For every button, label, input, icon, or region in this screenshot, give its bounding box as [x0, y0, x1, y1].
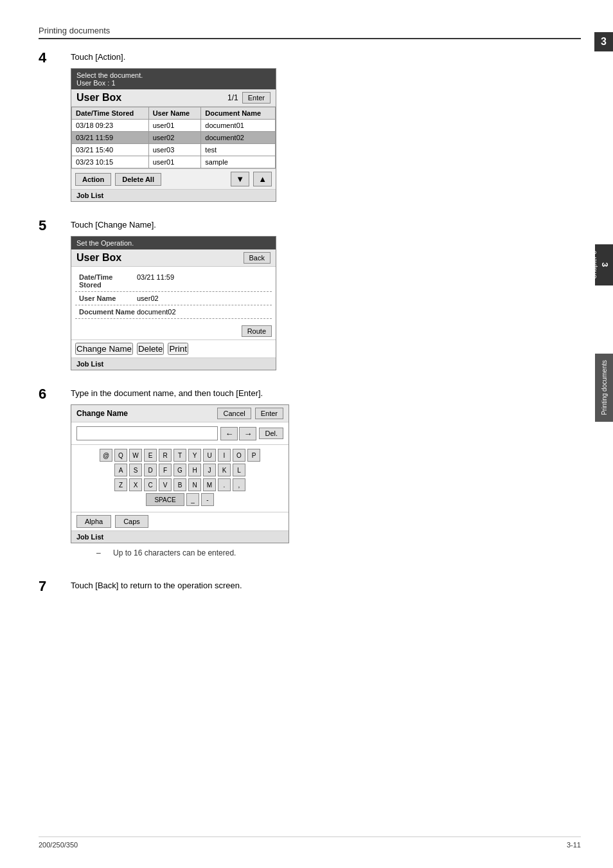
- key-e[interactable]: E: [144, 449, 157, 462]
- key-g[interactable]: G: [173, 464, 186, 476]
- kb-row-space: SPACE _ -: [76, 493, 283, 506]
- text-input-field[interactable]: [76, 426, 218, 440]
- page-header: Printing documents: [39, 26, 581, 39]
- table-row[interactable]: 03/21 11:59user02document02: [72, 132, 276, 144]
- key-v[interactable]: V: [159, 478, 172, 491]
- step-6-number: 6: [39, 386, 58, 402]
- note-text: Up to 16 characters can be entered.: [113, 548, 236, 557]
- op-value-docname: document02: [137, 308, 268, 316]
- step-6: 6 Type in the document name, and then to…: [39, 388, 581, 563]
- key-j[interactable]: J: [203, 464, 216, 476]
- screen-2-header-title: User Box: [76, 252, 121, 264]
- key-k[interactable]: K: [218, 464, 231, 476]
- key-t[interactable]: T: [173, 449, 186, 462]
- key-l[interactable]: L: [233, 464, 245, 476]
- document-table: Date/Time Stored User Name Document Name…: [71, 107, 276, 168]
- kb-row-3: Z X C V B N M . ,: [76, 478, 283, 491]
- key-r[interactable]: R: [159, 449, 172, 462]
- key-period[interactable]: .: [218, 478, 231, 491]
- step-6-content: Type in the document name, and then touc…: [71, 388, 581, 563]
- keyboard-enter-btn[interactable]: Enter: [255, 408, 283, 419]
- key-hyphen[interactable]: -: [201, 493, 214, 506]
- screen-1-title-bar: Select the document. User Box : 1: [71, 69, 276, 89]
- operation-info: Date/Time Stored 03/21 11:59 User Name u…: [71, 267, 276, 323]
- key-q[interactable]: Q: [114, 449, 127, 462]
- kb-row-2: A S D F G H J K L: [76, 464, 283, 476]
- chapter-tab: 3 Chapter 3: [595, 244, 613, 285]
- key-underscore[interactable]: _: [186, 493, 199, 506]
- keyboard-bottom: Alpha Caps: [71, 512, 289, 530]
- key-z[interactable]: Z: [114, 478, 127, 491]
- page-header-title: Printing documents: [39, 26, 110, 35]
- table-header-row: Date/Time Stored User Name Document Name: [72, 107, 276, 120]
- arrow-down-btn[interactable]: ▼: [231, 172, 249, 186]
- key-m[interactable]: M: [203, 478, 216, 491]
- del-button[interactable]: Del.: [259, 428, 283, 439]
- screen-1-job-list[interactable]: Job List: [71, 189, 276, 201]
- key-space[interactable]: SPACE: [146, 493, 184, 506]
- screen-1-header: User Box 1/1 Enter: [71, 89, 276, 107]
- step-7-number: 7: [39, 578, 58, 595]
- keyboard-input-row: ← → Del.: [71, 422, 289, 445]
- key-at[interactable]: @: [100, 449, 112, 462]
- key-x[interactable]: X: [129, 478, 142, 491]
- note-dash: –: [96, 548, 107, 557]
- op-label-datetime: Date/Time Stored: [79, 273, 137, 289]
- alpha-button[interactable]: Alpha: [76, 515, 111, 528]
- key-comma[interactable]: ,: [233, 478, 245, 491]
- caps-button[interactable]: Caps: [115, 515, 148, 528]
- key-a[interactable]: A: [114, 464, 127, 476]
- step-5-number: 5: [39, 217, 58, 234]
- key-w[interactable]: W: [129, 449, 142, 462]
- op-row-username: User Name user02: [75, 292, 272, 305]
- keyboard-cancel-btn[interactable]: Cancel: [217, 408, 251, 419]
- table-row[interactable]: 03/23 10:15user01sample: [72, 156, 276, 168]
- key-p[interactable]: P: [247, 449, 260, 462]
- change-name-button[interactable]: Change Name: [75, 343, 133, 355]
- route-button[interactable]: Route: [242, 325, 272, 337]
- key-b[interactable]: B: [173, 478, 186, 491]
- nav-buttons: ← →: [220, 427, 256, 440]
- chapter-number-tab: 3: [594, 32, 613, 51]
- screen-1-header-title: User Box: [76, 92, 121, 104]
- step-4-content: Touch [Action]. Select the document. Use…: [71, 52, 581, 202]
- screen-3-job-list[interactable]: Job List: [71, 530, 289, 543]
- key-f[interactable]: F: [159, 464, 172, 476]
- table-row[interactable]: 03/21 15:40user03test: [72, 144, 276, 156]
- kb-row-1: @ Q W E R T Y U I O P: [76, 449, 283, 462]
- screen-1-panel: Select the document. User Box : 1 User B…: [71, 68, 276, 202]
- nav-left-btn[interactable]: ←: [220, 427, 238, 440]
- screen-2-panel: Set the Operation. User Box Back Date/Ti…: [71, 236, 276, 370]
- op-label-docname: Document Name: [79, 308, 137, 316]
- action-button[interactable]: Action: [75, 173, 111, 186]
- operation-bottom-row: Change Name Delete Print: [71, 339, 276, 357]
- col-docname: Document Name: [201, 107, 276, 120]
- key-o[interactable]: O: [233, 449, 245, 462]
- step-7-instruction: Touch [Back] to return to the operation …: [71, 581, 581, 590]
- step-7: 7 Touch [Back] to return to the operatio…: [39, 581, 581, 597]
- table-row[interactable]: 03/18 09:23user01document01: [72, 120, 276, 132]
- key-i[interactable]: I: [218, 449, 231, 462]
- col-username: User Name: [148, 107, 201, 120]
- delete-button[interactable]: Delete: [137, 343, 164, 355]
- arrow-up-btn[interactable]: ▲: [253, 172, 272, 186]
- screen-3-title-bar: Change Name Cancel Enter: [71, 405, 289, 422]
- key-y[interactable]: Y: [188, 449, 201, 462]
- screen-2-back-btn[interactable]: Back: [244, 252, 271, 264]
- screen-2-job-list[interactable]: Job List: [71, 357, 276, 370]
- print-button[interactable]: Print: [168, 343, 188, 355]
- key-h[interactable]: H: [188, 464, 201, 476]
- printing-docs-tab: Printing documents: [595, 354, 613, 422]
- key-n[interactable]: N: [188, 478, 201, 491]
- key-c[interactable]: C: [144, 478, 157, 491]
- key-d[interactable]: D: [144, 464, 157, 476]
- col-datetime: Date/Time Stored: [72, 107, 149, 120]
- screen-2-title-bar: Set the Operation.: [71, 237, 276, 249]
- key-s[interactable]: S: [129, 464, 142, 476]
- printing-docs-label: Printing documents: [601, 360, 608, 415]
- screen-1-enter-btn[interactable]: Enter: [242, 92, 271, 104]
- nav-right-btn[interactable]: →: [239, 427, 256, 440]
- delete-all-button[interactable]: Delete All: [115, 173, 161, 186]
- key-u[interactable]: U: [203, 449, 216, 462]
- step-4: 4 Touch [Action]. Select the document. U…: [39, 52, 581, 202]
